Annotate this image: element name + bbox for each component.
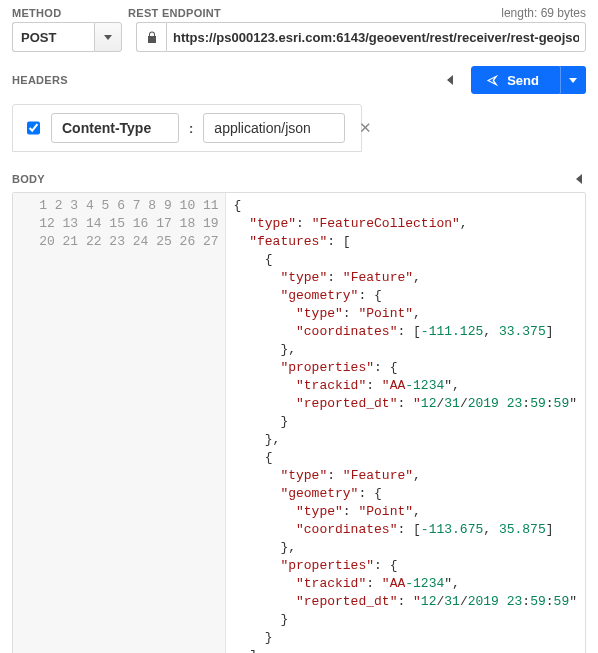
body-label: BODY — [12, 173, 45, 185]
chevron-down-icon — [569, 78, 577, 83]
send-icon — [486, 74, 499, 87]
chevron-left-icon — [576, 174, 582, 184]
chevron-left-icon — [447, 75, 453, 85]
chevron-down-icon — [104, 35, 112, 40]
url-length: length: 69 bytes — [501, 6, 586, 20]
endpoint-label: REST ENDPOINT — [128, 7, 221, 19]
body-editor[interactable]: 1 2 3 4 5 6 7 8 9 10 11 12 13 14 15 16 1… — [12, 192, 586, 653]
header-row: : ✕ — [13, 105, 361, 151]
header-name-input[interactable] — [51, 113, 179, 143]
remove-header-button[interactable]: ✕ — [353, 116, 377, 140]
collapse-toggle[interactable] — [443, 71, 457, 89]
send-button[interactable]: Send — [471, 66, 560, 94]
headers-label: HEADERS — [12, 74, 68, 86]
method-label: METHOD — [12, 7, 128, 19]
body-collapse-toggle[interactable] — [572, 170, 586, 188]
header-enabled-checkbox[interactable] — [27, 121, 40, 135]
send-label: Send — [507, 73, 539, 88]
url-input[interactable] — [166, 22, 586, 52]
method-input[interactable] — [12, 22, 94, 52]
header-value-input[interactable] — [203, 113, 345, 143]
method-dropdown-button[interactable] — [94, 22, 122, 52]
header-colon: : — [187, 121, 195, 136]
lock-icon — [136, 22, 166, 52]
send-dropdown-button[interactable] — [560, 66, 586, 94]
close-icon: ✕ — [359, 119, 372, 136]
